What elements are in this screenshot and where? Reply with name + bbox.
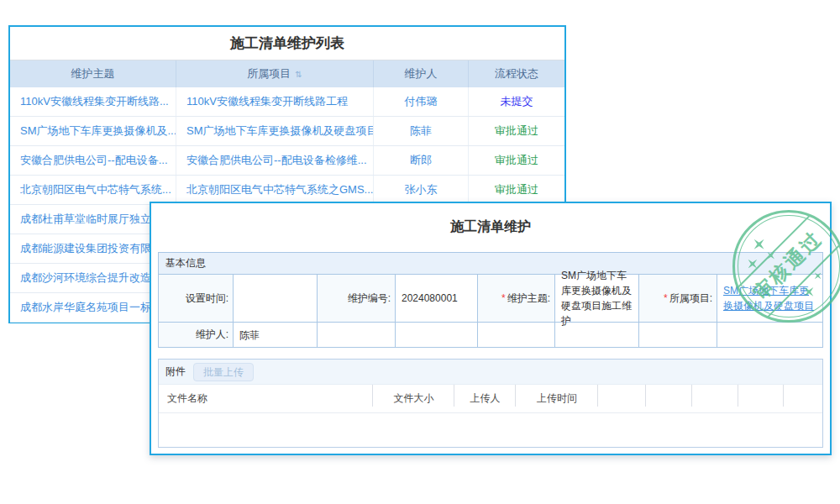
empty-cell xyxy=(555,323,639,348)
empty-column-header xyxy=(784,385,822,412)
basic-info-section: 基本信息 设置时间: 维护编号: 2024080001 * 维护主题: SM广场… xyxy=(158,252,823,348)
basic-info-header: 基本信息 xyxy=(158,252,823,274)
attachment-header-bar: 附件 批量上传 xyxy=(159,360,822,385)
maintainer-value: 陈菲 xyxy=(234,323,318,348)
row-maintainer: 张小东 xyxy=(374,176,469,204)
row-maintainer: 付伟璐 xyxy=(374,87,469,116)
column-header-project[interactable]: 所属项目 ⇅ xyxy=(176,60,374,87)
column-header-status: 流程状态 xyxy=(469,60,564,87)
empty-column-header xyxy=(598,385,646,412)
row-status: 审批通过 xyxy=(469,146,564,175)
attachment-table-header: 文件名称 文件大小 上传人 上传时间 xyxy=(159,385,822,413)
list-title: 施工清单维护列表 xyxy=(10,27,564,60)
maintenance-no-label: 维护编号: xyxy=(318,275,396,323)
sort-icon[interactable]: ⇅ xyxy=(295,70,302,79)
project-link[interactable]: SM广场地下车库更换摄像机及硬盘项目 xyxy=(723,283,816,313)
empty-column-header xyxy=(692,385,738,412)
row-status: 审批通过 xyxy=(469,117,564,145)
empty-cell xyxy=(717,323,823,348)
empty-cell xyxy=(478,323,555,348)
set-time-input[interactable] xyxy=(241,279,309,318)
row-maintainer: 陈菲 xyxy=(374,117,469,145)
row-project-link[interactable]: 北京朝阳区电气中芯特气系统之GMS... xyxy=(176,176,374,204)
row-topic-link[interactable]: SM广场地下车库更换摄像机及... xyxy=(10,117,176,145)
row-status: 审批通过 xyxy=(469,176,564,204)
project-label-text: 所属项目: xyxy=(669,291,712,306)
column-header-file-size: 文件大小 xyxy=(373,385,454,412)
maintenance-no-value: 2024080001 xyxy=(396,275,478,323)
project-label: * 所属项目: xyxy=(639,275,717,323)
column-header-file-name: 文件名称 xyxy=(159,385,373,412)
column-header-upload-time: 上传时间 xyxy=(516,385,598,412)
column-header-project-label: 所属项目 xyxy=(247,66,291,81)
column-header-topic: 维护主题 xyxy=(10,60,176,87)
set-time-field[interactable] xyxy=(234,275,318,323)
empty-column-header xyxy=(646,385,692,412)
column-header-uploader: 上传人 xyxy=(454,385,516,412)
maintenance-form-panel: 施工清单维护 基本信息 设置时间: 维护编号: 2024080001 * 维护主… xyxy=(150,202,832,455)
basic-info-table: 设置时间: 维护编号: 2024080001 * 维护主题: SM广场地下车库更… xyxy=(158,274,823,348)
topic-label: * 维护主题: xyxy=(478,275,555,323)
table-row[interactable]: 北京朝阳区电气中芯特气系统...北京朝阳区电气中芯特气系统之GMS...张小东审… xyxy=(10,176,564,205)
row-topic-link[interactable]: 110kV安徽线程集变开断线路... xyxy=(10,87,176,116)
row-topic-link[interactable]: 安徽合肥供电公司--配电设备... xyxy=(10,146,176,175)
topic-label-text: 维护主题: xyxy=(507,291,550,306)
empty-column-header xyxy=(738,385,784,412)
project-value-cell: SM广场地下车库更换摄像机及硬盘项目 xyxy=(717,275,823,323)
attachment-label: 附件 xyxy=(165,365,186,379)
row-status: 未提交 xyxy=(469,87,564,116)
column-header-maintainer: 维护人 xyxy=(374,60,469,87)
attachment-section: 附件 批量上传 文件名称 文件大小 上传人 上传时间 xyxy=(158,359,823,448)
maintainer-label: 维护人: xyxy=(159,323,234,348)
list-header-row: 维护主题 所属项目 ⇅ 维护人 流程状态 xyxy=(10,60,564,87)
empty-cell xyxy=(396,323,478,348)
table-row[interactable]: 110kV安徽线程集变开断线路...110kV安徽线程集变开断线路工程付伟璐未提… xyxy=(10,87,564,117)
table-row[interactable]: SM广场地下车库更换摄像机及...SM广场地下车库更换摄像机及硬盘项目陈菲审批通… xyxy=(10,117,564,146)
row-project-link[interactable]: 110kV安徽线程集变开断线路工程 xyxy=(176,87,374,116)
topic-value: SM广场地下车库更换摄像机及硬盘项目施工维护 xyxy=(555,275,639,323)
set-time-label: 设置时间: xyxy=(159,275,234,323)
table-row[interactable]: 安徽合肥供电公司--配电设备...安徽合肥供电公司--配电设备检修维...断郎审… xyxy=(10,146,564,176)
row-maintainer: 断郎 xyxy=(374,146,469,175)
batch-upload-button[interactable]: 批量上传 xyxy=(193,363,254,381)
form-title: 施工清单维护 xyxy=(151,215,830,239)
required-asterisk: * xyxy=(501,292,506,304)
required-asterisk: * xyxy=(664,292,668,304)
row-topic-link[interactable]: 北京朝阳区电气中芯特气系统... xyxy=(10,176,176,204)
empty-cell xyxy=(318,323,396,348)
row-project-link[interactable]: 安徽合肥供电公司--配电设备检修维... xyxy=(176,146,374,175)
row-project-link[interactable]: SM广场地下车库更换摄像机及硬盘项目 xyxy=(176,117,374,145)
empty-cell xyxy=(639,323,717,348)
